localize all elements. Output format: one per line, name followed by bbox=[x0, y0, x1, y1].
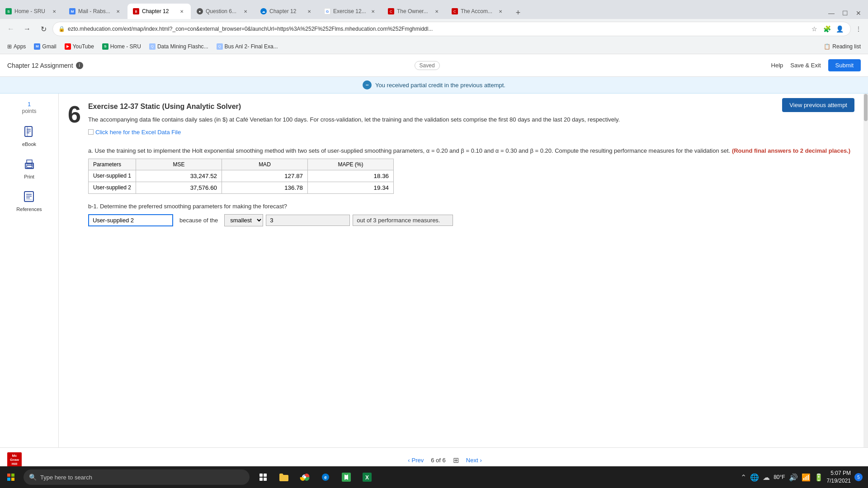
cell-mse-2[interactable] bbox=[136, 182, 222, 193]
scroll-thumb[interactable] bbox=[864, 94, 868, 121]
tab-mail[interactable]: M Mail - Rabs... ✕ bbox=[64, 4, 127, 19]
back-button[interactable]: ← bbox=[4, 22, 18, 36]
excel-button[interactable]: X bbox=[357, 467, 377, 487]
volume-icon[interactable]: 🔊 bbox=[789, 473, 798, 482]
bookmark-home-sru[interactable]: S Home - SRU bbox=[99, 42, 145, 52]
b1-suffix-text: out of 3 performance measures. bbox=[353, 215, 453, 226]
tab-chapter12-cloud[interactable]: ☁ Chapter 12 ✕ bbox=[255, 4, 318, 19]
cell-mad-1[interactable] bbox=[222, 170, 307, 182]
bookmark-star-icon[interactable]: ☆ bbox=[809, 23, 820, 34]
tab-close-mail[interactable]: ✕ bbox=[114, 8, 122, 15]
taskbar-search-text: Type here to search bbox=[40, 474, 92, 481]
scroll-area[interactable] bbox=[863, 94, 868, 447]
taskbar: 🔍 Type here to search e X ⌃ 🌐 bbox=[0, 466, 868, 488]
next-label: Next bbox=[466, 457, 478, 464]
minimize-button[interactable]: — bbox=[826, 7, 837, 19]
chrome-button[interactable] bbox=[295, 467, 315, 487]
bookmark-data-mining[interactable]: Q Data Mining Flashc... bbox=[146, 42, 212, 52]
mad-1-input[interactable] bbox=[226, 173, 303, 179]
lock-icon: 🔒 bbox=[58, 26, 65, 32]
b1-answer-input[interactable] bbox=[88, 214, 173, 226]
help-button[interactable]: Help bbox=[771, 62, 783, 69]
bookmark-gmail[interactable]: M Gmail bbox=[30, 42, 60, 52]
col-header-mape: MAPE (%) bbox=[307, 159, 393, 170]
b1-answer-row: because of the smallest out of 3 perform… bbox=[88, 214, 854, 226]
mse-1-input[interactable] bbox=[141, 173, 217, 179]
cell-mad-2[interactable] bbox=[222, 182, 307, 193]
maximize-button[interactable]: ☐ bbox=[839, 7, 851, 19]
battery-icon[interactable]: 🔋 bbox=[814, 473, 823, 482]
ebook-tool[interactable]: eBook bbox=[21, 123, 38, 147]
bookmark-bus-anl[interactable]: Q Bus Anl 2- Final Exa... bbox=[213, 42, 282, 52]
references-tool[interactable]: References bbox=[16, 188, 42, 212]
cell-mse-1[interactable] bbox=[136, 170, 222, 182]
info-icon[interactable]: i bbox=[76, 62, 83, 69]
tab-question6[interactable]: ● Question 6... ✕ bbox=[191, 4, 255, 19]
svg-text:X: X bbox=[365, 474, 369, 481]
svg-rect-15 bbox=[7, 478, 10, 481]
prev-label: Prev bbox=[411, 457, 424, 464]
col-header-parameters: Parameters bbox=[88, 159, 136, 170]
data-mining-favicon: Q bbox=[149, 43, 156, 50]
tab-close-home-sru[interactable]: ✕ bbox=[51, 8, 58, 15]
b1-num-input[interactable] bbox=[266, 215, 350, 226]
mape-1-input[interactable] bbox=[312, 173, 389, 179]
tab-owner[interactable]: C The Owner... ✕ bbox=[382, 4, 446, 19]
tab-close-chapter12-cloud[interactable]: ✕ bbox=[306, 8, 313, 15]
start-button[interactable] bbox=[0, 466, 22, 488]
network-icon[interactable]: 🌐 bbox=[750, 473, 759, 482]
more-options-button[interactable]: ⋮ bbox=[853, 23, 864, 35]
page-grid-button[interactable]: ⊞ bbox=[453, 456, 459, 465]
reading-list-button[interactable]: 📋 Reading list bbox=[820, 42, 864, 52]
forward-button[interactable]: → bbox=[20, 22, 34, 36]
mse-2-input[interactable] bbox=[141, 184, 217, 191]
print-tool[interactable]: Print bbox=[21, 156, 38, 179]
tab-home-sru[interactable]: S Home - SRU ✕ bbox=[0, 4, 63, 19]
tab-chapter12-mh[interactable]: B Chapter 12 ✕ bbox=[127, 4, 191, 19]
prev-page-button[interactable]: ‹ Prev bbox=[408, 457, 424, 464]
view-previous-attempt-button[interactable]: View previous attempt bbox=[782, 98, 854, 112]
wifi-icon[interactable]: 📶 bbox=[802, 473, 811, 482]
mape-2-input[interactable] bbox=[312, 184, 389, 191]
data-file-link[interactable]: Click here for the Excel Data File bbox=[88, 129, 181, 136]
cell-mape-1[interactable] bbox=[307, 170, 393, 182]
notification-count-badge[interactable]: 5 bbox=[854, 473, 863, 481]
bookmark-bus-anl-label: Bus Anl 2- Final Exa... bbox=[225, 43, 278, 50]
taskbar-search-bar[interactable]: 🔍 Type here to search bbox=[24, 469, 250, 485]
tab-close-accom[interactable]: ✕ bbox=[497, 8, 504, 15]
refresh-button[interactable]: ↻ bbox=[36, 22, 51, 36]
b1-select-dropdown[interactable]: smallest bbox=[224, 214, 263, 226]
mad-2-input[interactable] bbox=[226, 184, 303, 191]
save-exit-button[interactable]: Save & Exit bbox=[790, 62, 821, 69]
chevron-up-icon[interactable]: ⌃ bbox=[741, 473, 746, 482]
weather-icon[interactable]: ☁ bbox=[763, 473, 770, 482]
extensions-icon[interactable]: 🧩 bbox=[821, 23, 832, 34]
task-view-button[interactable] bbox=[253, 467, 273, 487]
content-area: 1 points eBook Print References bbox=[0, 94, 868, 447]
points-link[interactable]: 1 bbox=[22, 101, 36, 108]
tab-close-chapter12[interactable]: ✕ bbox=[178, 8, 185, 15]
edge-button[interactable]: e bbox=[316, 467, 335, 487]
tab-close-owner[interactable]: ✕ bbox=[433, 8, 440, 15]
bookmark-youtube[interactable]: ▶ YouTube bbox=[61, 42, 98, 52]
close-button[interactable]: ✕ bbox=[853, 7, 864, 19]
tab-close-exercise12[interactable]: ✕ bbox=[369, 8, 377, 15]
profile-icon[interactable]: 👤 bbox=[834, 23, 845, 34]
notification-icon: − bbox=[363, 80, 372, 89]
submit-button[interactable]: Submit bbox=[828, 59, 861, 71]
tab-title-exercise12: Exercise 12... bbox=[333, 8, 367, 14]
file-explorer-button[interactable] bbox=[274, 467, 294, 487]
new-tab-button[interactable]: + bbox=[512, 6, 524, 19]
tab-favicon-home-sru: S bbox=[5, 8, 12, 14]
clock-time: 5:07 PM bbox=[827, 469, 851, 477]
bookmark-apps[interactable]: ⊞ Apps bbox=[4, 42, 29, 52]
cell-mape-2[interactable] bbox=[307, 182, 393, 193]
tab-favicon-exercise12: G bbox=[324, 8, 330, 14]
tab-exercise12[interactable]: G Exercise 12... ✕ bbox=[319, 4, 382, 19]
tab-accom[interactable]: C The Accom... ✕ bbox=[446, 4, 509, 19]
tab-close-question6[interactable]: ✕ bbox=[242, 8, 249, 15]
address-bar[interactable]: 🔒 ezto.mheducation.com/ext/map/index.htm… bbox=[52, 22, 851, 36]
maps-button[interactable] bbox=[336, 467, 356, 487]
taskbar-clock[interactable]: 5:07 PM 7/19/2021 bbox=[827, 469, 851, 485]
next-page-button[interactable]: Next › bbox=[466, 457, 482, 464]
